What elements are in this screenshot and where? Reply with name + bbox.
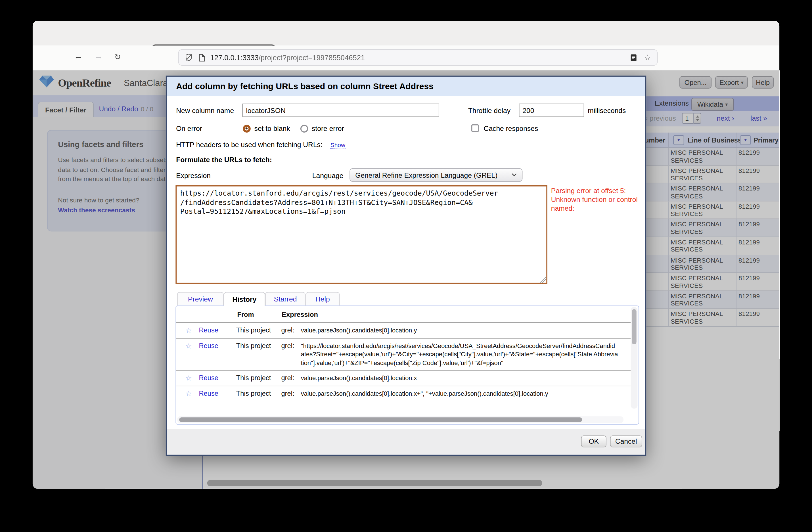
on-error-label: On error	[176, 125, 202, 133]
forward-button[interactable]: →	[94, 52, 103, 62]
back-button[interactable]: ←	[74, 52, 83, 62]
url-bar-actions: ☆	[630, 53, 651, 62]
star-icon[interactable]: ☆	[185, 374, 199, 382]
history-expression: value.parseJson().candidates[0].location…	[301, 326, 618, 335]
history-panel: From Expression ☆ Reuse This project gre…	[175, 305, 639, 425]
parsing-error-text: Parsing error at offset 5: Unknown funct…	[551, 187, 647, 213]
expression-textarea[interactable]: https://locator.stanford.edu/arcgis/rest…	[175, 185, 547, 284]
throttle-delay-input[interactable]	[519, 104, 584, 117]
reader-mode-icon[interactable]	[630, 54, 637, 61]
bookmark-star-icon[interactable]: ☆	[644, 53, 651, 62]
radio-store-error[interactable]	[300, 125, 308, 133]
shield-disabled-icon[interactable]	[185, 53, 192, 62]
history-row: ☆ Reuse This project grel: value.parseJs…	[176, 386, 630, 401]
history-row: ☆ Reuse This project grel: value.parseJs…	[176, 370, 630, 386]
throttle-delay-label: Throttle delay	[468, 107, 510, 114]
dialog-tab-preview[interactable]: Preview	[177, 292, 224, 305]
page-content: OpenRefine SantaClara TattooParlors csv …	[33, 70, 779, 489]
ok-button[interactable]: OK	[581, 435, 607, 447]
new-column-name-label: New column name	[176, 107, 234, 114]
cache-responses-checkbox[interactable]	[471, 124, 479, 132]
language-select[interactable]: General Refine Expression Language (GREL…	[349, 168, 522, 182]
scrollbar-thumb[interactable]	[632, 309, 636, 344]
history-row: ☆ Reuse This project grel: "https://loca…	[176, 338, 630, 370]
star-icon[interactable]: ☆	[185, 389, 199, 398]
history-vertical-scrollbar[interactable]	[631, 307, 638, 409]
reuse-link[interactable]: Reuse	[199, 342, 236, 350]
history-row: ☆ Reuse This project grel: value.parseJs…	[176, 322, 630, 338]
radio-store-error-label[interactable]: store error	[312, 125, 344, 133]
url-text: 127.0.0.1:3333/project?project=199785504…	[211, 53, 365, 62]
cancel-button[interactable]: Cancel	[610, 435, 642, 447]
history-lang: grel:	[281, 326, 301, 334]
scrollbar-thumb[interactable]	[179, 417, 582, 422]
cache-responses-label[interactable]: Cache responses	[484, 125, 538, 133]
expression-label: Expression	[176, 172, 211, 180]
history-lang: grel:	[281, 389, 301, 398]
browser-tab-bar: SantaClara TattooParlors csv - O × +	[33, 21, 779, 46]
formulate-urls-label: Formulate the URLs to fetch:	[176, 156, 272, 163]
reuse-link[interactable]: Reuse	[199, 389, 236, 398]
history-from: This project	[236, 389, 281, 398]
dialog-footer: OK Cancel	[166, 429, 645, 455]
star-icon[interactable]: ☆	[185, 326, 199, 334]
history-col-from: From	[237, 311, 254, 318]
page-info-icon[interactable]	[199, 54, 205, 61]
browser-window: SantaClara TattooParlors csv - O × + ← →…	[33, 21, 779, 489]
browser-toolbar: ← → ↻ 127.0.0.1:3333/project?project=199…	[33, 46, 779, 71]
history-horizontal-scrollbar[interactable]	[177, 416, 623, 423]
reuse-link[interactable]: Reuse	[199, 374, 236, 382]
reload-button[interactable]: ↻	[114, 52, 121, 62]
new-column-name-input[interactable]	[243, 104, 439, 117]
milliseconds-label: milliseconds	[588, 107, 626, 114]
screen: SantaClara TattooParlors csv - O × + ← →…	[0, 0, 812, 532]
dialog-tab-help[interactable]: Help	[305, 292, 339, 305]
dialog-header: Add column by fetching URLs based on col…	[166, 77, 645, 96]
history-expression: value.parseJson().candidates[0].location…	[301, 374, 618, 383]
dialog-title: Add column by fetching URLs based on col…	[176, 81, 434, 91]
star-icon[interactable]: ☆	[185, 342, 199, 350]
language-label: Language	[312, 172, 344, 180]
history-from: This project	[236, 326, 281, 334]
dialog-tab-starred[interactable]: Starred	[265, 292, 305, 305]
history-col-expression: Expression	[282, 311, 318, 318]
textarea-resize-grip-icon[interactable]	[540, 276, 546, 283]
history-rows: ☆ Reuse This project grel: value.parseJs…	[176, 322, 630, 401]
history-scroll-area: From Expression ☆ Reuse This project gre…	[176, 306, 630, 416]
radio-set-to-blank[interactable]	[243, 125, 250, 133]
history-expression: "https://locator.stanford.edu/arcgis/res…	[301, 342, 618, 367]
dialog-tab-history[interactable]: History	[224, 292, 265, 306]
radio-set-to-blank-label[interactable]: set to blank	[255, 125, 290, 133]
history-expression: value.parseJson().candidates[0].location…	[301, 389, 618, 398]
add-column-fetch-dialog: Add column by fetching URLs based on col…	[166, 75, 647, 456]
http-headers-label: HTTP headers to be used when fetching UR…	[176, 141, 322, 148]
url-bar[interactable]: 127.0.0.1:3333/project?project=199785504…	[178, 49, 657, 66]
history-lang: grel:	[281, 374, 301, 382]
reuse-link[interactable]: Reuse	[199, 326, 236, 334]
http-headers-show-link[interactable]: Show	[331, 142, 345, 149]
history-lang: grel:	[281, 342, 301, 350]
history-from: This project	[236, 342, 281, 350]
history-from: This project	[236, 374, 281, 382]
